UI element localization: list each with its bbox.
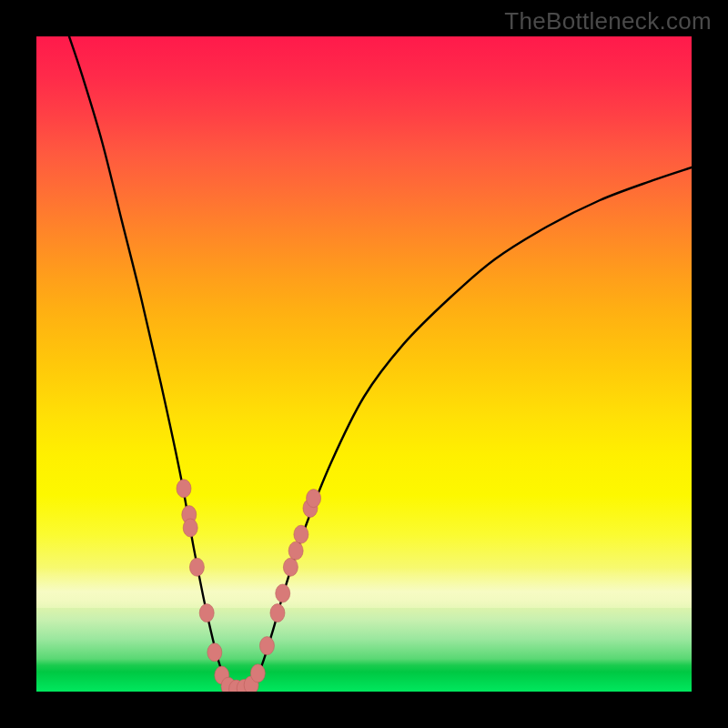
- chart-frame: TheBottleneck.com: [0, 0, 728, 728]
- data-marker: [283, 558, 298, 576]
- data-marker: [189, 558, 204, 576]
- chart-svg: [36, 36, 692, 692]
- data-marker: [307, 490, 321, 508]
- data-marker: [276, 584, 290, 602]
- data-marker: [259, 637, 274, 655]
- data-marker: [270, 604, 285, 622]
- data-marker: [294, 525, 308, 543]
- data-marker: [183, 519, 197, 537]
- watermark-text: TheBottleneck.com: [504, 7, 712, 35]
- data-marker: [177, 480, 191, 498]
- data-marker: [199, 604, 214, 622]
- data-marker: [288, 541, 303, 560]
- data-marker: [250, 664, 265, 682]
- bottleneck-curve: [69, 36, 692, 692]
- data-marker: [207, 643, 222, 662]
- plot-area: [36, 36, 692, 692]
